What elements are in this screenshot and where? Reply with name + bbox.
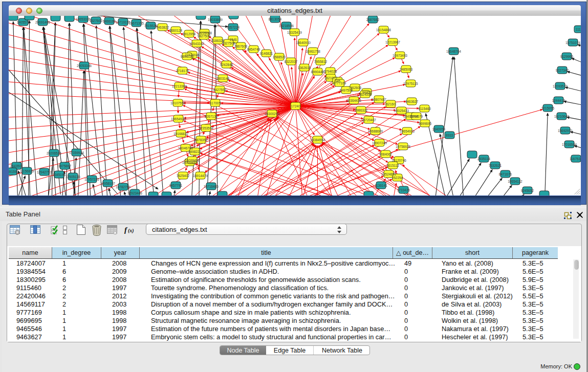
svg-text:12213369: 12213369: [172, 84, 187, 88]
svg-text:17016504: 17016504: [562, 143, 577, 146]
svg-text:9242848: 9242848: [220, 63, 233, 67]
svg-text:10653326: 10653326: [76, 17, 91, 21]
svg-text:16648764: 16648764: [446, 50, 461, 53]
svg-text:2718176: 2718176: [176, 69, 189, 73]
svg-text:9245652: 9245652: [520, 189, 534, 192]
svg-text:10719155: 10719155: [116, 20, 130, 24]
svg-text:1167533: 1167533: [570, 157, 581, 161]
svg-text:16154808: 16154808: [376, 28, 391, 32]
svg-text:9896123: 9896123: [180, 55, 193, 58]
svg-text:1362615: 1362615: [297, 66, 311, 70]
svg-text:18907249: 18907249: [372, 141, 387, 145]
svg-text:1640954: 1640954: [432, 127, 445, 131]
svg-text:15692971: 15692971: [558, 129, 573, 133]
svg-text:9463627: 9463627: [405, 100, 418, 103]
svg-text:7463822: 7463822: [156, 26, 169, 29]
svg-text:7485063: 7485063: [399, 68, 412, 71]
svg-text:9129966: 9129966: [560, 55, 573, 58]
svg-text:16671355: 16671355: [129, 21, 144, 25]
svg-text:1527602: 1527602: [89, 19, 102, 23]
svg-text:19218506: 19218506: [279, 24, 294, 28]
svg-text:10958107: 10958107: [100, 182, 115, 185]
svg-text:8933: 8933: [446, 134, 453, 137]
svg-text:117005: 117005: [209, 101, 221, 105]
svg-text:17359924: 17359924: [69, 151, 84, 155]
svg-text:19654925: 19654925: [171, 117, 186, 121]
svg-text:16961758: 16961758: [306, 50, 320, 53]
svg-text:17957225: 17957225: [84, 178, 99, 181]
svg-text:9777169: 9777169: [333, 81, 346, 85]
svg-text:19166822: 19166822: [173, 132, 188, 136]
svg-text:1117: 1117: [575, 28, 580, 31]
svg-text:1345194: 1345194: [52, 173, 66, 177]
svg-text:3215955: 3215955: [541, 106, 554, 110]
svg-text:19654923: 19654923: [400, 129, 415, 133]
svg-text:16914479: 16914479: [193, 174, 208, 178]
svg-text:1136141: 1136141: [375, 184, 387, 187]
svg-text:12093573: 12093573: [553, 84, 568, 88]
svg-text:8267130: 8267130: [204, 115, 217, 118]
svg-text:6497508: 6497508: [339, 89, 353, 92]
svg-text:7986322: 7986322: [354, 108, 367, 112]
svg-text:8471676: 8471676: [498, 172, 512, 176]
svg-text:12975115: 12975115: [403, 82, 418, 85]
svg-text:13524851: 13524851: [381, 172, 396, 176]
svg-text:f: f: [124, 226, 128, 234]
svg-text:9146821: 9146821: [259, 52, 273, 55]
svg-text:5878352: 5878352: [194, 138, 207, 142]
svg-text:12923446: 12923446: [127, 191, 142, 195]
svg-text:9457791: 9457791: [169, 184, 182, 187]
svg-text:7357224: 7357224: [226, 26, 239, 29]
svg-text:(x): (x): [128, 228, 134, 234]
svg-text:9827500: 9827500: [197, 34, 210, 38]
svg-text:2803144: 2803144: [216, 77, 229, 80]
svg-text:20206526: 20206526: [47, 151, 61, 155]
svg-text:16210643: 16210643: [554, 115, 569, 118]
svg-text:16120746: 16120746: [391, 159, 406, 162]
svg-text:1849579: 1849579: [409, 115, 423, 118]
svg-text:1588520: 1588520: [272, 55, 286, 59]
svg-text:1405572: 1405572: [16, 20, 30, 24]
svg-text:20691406: 20691406: [35, 20, 50, 24]
svg-text:13325419: 13325419: [287, 31, 302, 34]
svg-text:12353594: 12353594: [199, 126, 213, 130]
svg-text:15720407: 15720407: [361, 118, 376, 122]
svg-text:11156829: 11156829: [19, 169, 34, 173]
svg-text:15716485: 15716485: [204, 185, 219, 188]
svg-text:10807487: 10807487: [372, 98, 386, 101]
svg-text:8322037: 8322037: [284, 60, 297, 63]
svg-text:20364436: 20364436: [346, 99, 361, 102]
svg-text:10025433: 10025433: [394, 109, 409, 113]
svg-text:17240: 17240: [291, 104, 300, 108]
svg-text:10688609: 10688609: [368, 129, 383, 133]
svg-text:3498222: 3498222: [188, 150, 201, 154]
svg-text:8454749: 8454749: [247, 48, 260, 51]
svg-text:1244413: 1244413: [552, 99, 565, 102]
svg-text:1546: 1546: [229, 38, 237, 41]
svg-text:10543342: 10543342: [189, 42, 204, 46]
svg-text:2687682: 2687682: [366, 18, 379, 21]
svg-text:3624554: 3624554: [358, 93, 372, 96]
svg-text:1615112: 1615112: [386, 164, 399, 167]
svg-text:39159: 39159: [9, 170, 17, 173]
svg-text:9327508: 9327508: [222, 41, 235, 45]
svg-text:7632621: 7632621: [488, 164, 502, 167]
svg-text:2867608: 2867608: [234, 45, 247, 48]
svg-text:9227342: 9227342: [555, 69, 569, 72]
svg-text:10654112: 10654112: [508, 180, 522, 183]
svg-text:18300293: 18300293: [265, 112, 279, 116]
svg-text:8813054: 8813054: [268, 17, 281, 21]
svg-text:7955812: 7955812: [314, 60, 327, 63]
svg-text:8990448: 8990448: [311, 70, 324, 74]
svg-text:15751074: 15751074: [565, 41, 580, 45]
svg-text:16782759: 16782759: [116, 185, 130, 189]
svg-text:9084067: 9084067: [379, 152, 392, 156]
svg-text:15384554: 15384554: [310, 138, 325, 142]
svg-text:10107552: 10107552: [170, 101, 185, 105]
svg-text:12505135: 12505135: [66, 175, 80, 179]
svg-text:9699695: 9699695: [418, 122, 431, 125]
svg-text:19756928: 19756928: [396, 145, 410, 148]
svg-text:20053346: 20053346: [77, 64, 92, 68]
svg-text:6466160: 6466160: [102, 19, 116, 23]
svg-text:12213967: 12213967: [385, 40, 400, 44]
